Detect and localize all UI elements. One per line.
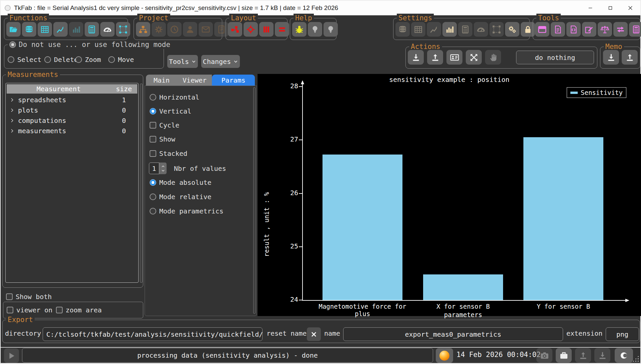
minimize-button[interactable]: [580, 1, 600, 15]
layout-tree-button[interactable]: [228, 22, 242, 37]
bulb-button[interactable]: [323, 22, 338, 37]
params-scrollbar[interactable]: [253, 87, 256, 314]
show-both-checkbox[interactable]: [6, 293, 13, 300]
bar-chart-button[interactable]: [442, 22, 457, 37]
document-button[interactable]: [551, 22, 565, 37]
spin-up-icon[interactable]: [161, 165, 165, 169]
nbr-of-values-value[interactable]: 1: [149, 163, 159, 174]
tab-main[interactable]: Main: [146, 75, 177, 86]
mode-parametrics-option[interactable]: Mode parametrics: [150, 207, 224, 215]
open-folder-button[interactable]: [6, 22, 21, 37]
calculator-button[interactable]: [85, 22, 99, 37]
tree-row-plots[interactable]: plots 0: [7, 105, 137, 115]
toggle-button[interactable]: [615, 348, 633, 363]
vertical-radio[interactable]: [150, 108, 156, 115]
mode-relative-option[interactable]: Mode relative: [150, 193, 212, 201]
spin-down-icon[interactable]: [161, 169, 165, 173]
directory-input[interactable]: C:/tclsoft/tkfab/test/analysis/sensitivi…: [43, 327, 263, 341]
vertical-bars-button[interactable]: [259, 22, 274, 37]
move-radio[interactable]: [108, 56, 115, 63]
table-button[interactable]: [411, 22, 425, 37]
measurements-scrollbar[interactable]: [140, 84, 143, 283]
calculator-button[interactable]: [629, 22, 641, 37]
org-tree-button[interactable]: [136, 22, 150, 37]
close-button[interactable]: [620, 1, 640, 15]
statusbar-upload-button[interactable]: [575, 348, 591, 363]
cycle-option[interactable]: Cycle: [150, 121, 179, 129]
show-both-option[interactable]: Show both: [6, 293, 52, 301]
scales-button[interactable]: [598, 22, 612, 37]
changes-menu-button[interactable]: Changes: [201, 55, 240, 68]
edit-button[interactable]: [582, 22, 596, 37]
chevron-right-icon[interactable]: [9, 118, 15, 123]
maximize-button[interactable]: [600, 1, 620, 15]
delete-mode-option[interactable]: Delete: [44, 56, 78, 64]
tab-viewer[interactable]: Viewer: [177, 75, 212, 86]
select-radio[interactable]: [8, 56, 14, 63]
bug-button[interactable]: [292, 22, 307, 37]
zoom-mode-option[interactable]: Zoom: [75, 56, 101, 64]
database-button[interactable]: [22, 22, 36, 37]
mode-absolute-radio[interactable]: [150, 179, 156, 186]
status-ball-button[interactable]: [436, 348, 453, 363]
chevron-right-icon[interactable]: [9, 128, 15, 134]
document-code-button[interactable]: [566, 22, 581, 37]
select-region-button[interactable]: [116, 22, 130, 37]
show-checkbox[interactable]: [150, 136, 156, 143]
tree-row-measurements[interactable]: measurements 0: [7, 126, 137, 136]
tab-params[interactable]: Params: [212, 75, 255, 86]
tools-menu-button[interactable]: Tools: [167, 55, 198, 68]
mode-parametrics-radio[interactable]: [150, 208, 156, 214]
zoom-radio[interactable]: [75, 56, 82, 63]
download-action-button[interactable]: [408, 50, 424, 65]
memo-upload-button[interactable]: [622, 50, 638, 65]
horizontal-option[interactable]: Horizontal: [150, 93, 199, 101]
zoom-area-option[interactable]: zoom area: [56, 306, 102, 314]
database-button[interactable]: [395, 22, 410, 37]
tree-row-spreadsheets[interactable]: spreadsheets 1: [7, 95, 137, 105]
briefcase-button[interactable]: [556, 348, 572, 363]
extension-input[interactable]: png: [606, 327, 639, 341]
move-mode-option[interactable]: Move: [108, 56, 134, 64]
target-button[interactable]: [244, 22, 258, 37]
bulb-button[interactable]: [308, 22, 322, 37]
upload-action-button[interactable]: [427, 50, 443, 65]
tree-row-computations[interactable]: computations 0: [7, 115, 137, 126]
cycle-checkbox[interactable]: [150, 122, 156, 129]
select-region-button[interactable]: [489, 22, 504, 37]
line-chart-button[interactable]: [427, 22, 441, 37]
stacked-checkbox[interactable]: [150, 150, 156, 157]
delete-radio[interactable]: [44, 56, 51, 63]
play-button[interactable]: [4, 348, 19, 363]
gauge-button[interactable]: [474, 22, 488, 37]
id-card-action-button[interactable]: [446, 50, 462, 65]
table-button[interactable]: [38, 22, 52, 37]
line-chart-button[interactable]: [53, 22, 68, 37]
gear-button[interactable]: [152, 22, 166, 37]
do-nothing-field[interactable]: do nothing: [516, 51, 594, 64]
hand-action-button[interactable]: [485, 50, 501, 65]
quantity-stepper[interactable]: [159, 163, 167, 174]
horizontal-bars-button[interactable]: [275, 22, 289, 37]
camera-button[interactable]: [536, 348, 552, 363]
expand-action-button[interactable]: [466, 50, 482, 65]
viewer-on-option[interactable]: viewer on: [7, 306, 52, 314]
bar-chart-button[interactable]: [69, 22, 83, 37]
mail-button[interactable]: [199, 22, 213, 37]
statusbar-download-button[interactable]: [594, 348, 610, 363]
swap-arrows-button[interactable]: [613, 22, 628, 37]
show-option[interactable]: Show: [150, 135, 175, 143]
chevron-right-icon[interactable]: [9, 108, 15, 113]
window-button[interactable]: [535, 22, 549, 37]
user-button[interactable]: [183, 22, 197, 37]
resize-grip[interactable]: [632, 355, 639, 362]
horizontal-radio[interactable]: [150, 94, 156, 101]
name-input[interactable]: export_meas0_parametrics: [343, 327, 563, 341]
gauge-button[interactable]: [100, 22, 115, 37]
zoom-area-checkbox[interactable]: [56, 307, 63, 313]
clock-button[interactable]: [167, 22, 182, 37]
mode-relative-radio[interactable]: [150, 193, 156, 200]
calculator-button[interactable]: [458, 22, 472, 37]
viewer-on-checkbox[interactable]: [7, 307, 13, 313]
chevron-right-icon[interactable]: [9, 97, 15, 103]
